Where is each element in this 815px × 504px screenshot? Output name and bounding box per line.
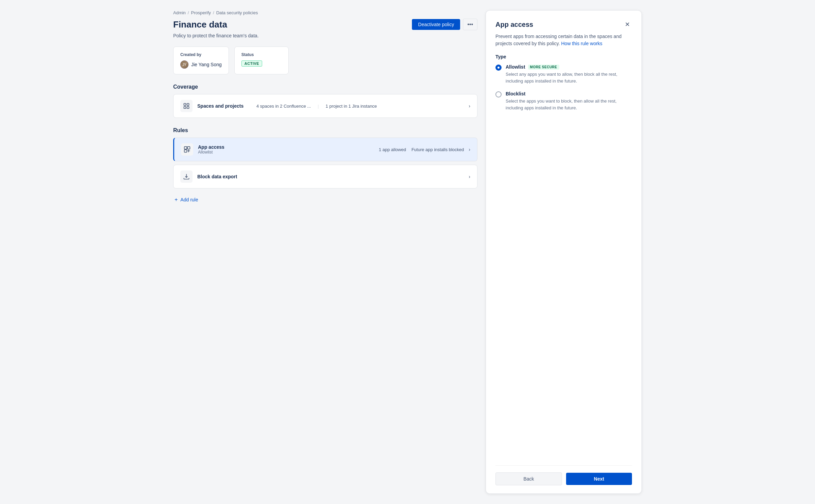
deactivate-policy-button[interactable]: Deactivate policy [412, 19, 460, 30]
svg-rect-1 [187, 104, 189, 106]
radio-allowlist[interactable]: Allowlist MORE SECURE Select any apps yo… [495, 64, 632, 84]
rule-app-access-chevron-icon: › [469, 147, 470, 152]
how-rule-works-link[interactable]: How this rule works [561, 41, 602, 46]
more-secure-badge: MORE SECURE [528, 65, 559, 70]
rules-list: App access Allowlist 1 app allowed Futur… [173, 138, 477, 192]
radio-blocklist-circle [495, 91, 502, 97]
more-options-button[interactable]: ••• [463, 19, 477, 30]
add-rule-plus-icon: + [175, 197, 178, 203]
status-value: ACTIVE [241, 60, 282, 67]
next-button[interactable]: Next [566, 473, 632, 485]
svg-rect-0 [184, 104, 186, 106]
rule-app-access-name: App access [198, 144, 374, 150]
radio-blocklist-desc: Select the apps you want to block, then … [506, 98, 632, 111]
coverage-detail-2: 1 project in 1 Jira instance [326, 104, 377, 109]
status-label: Status [241, 52, 282, 57]
rule-app-access-details: 1 app allowed Future app installs blocke… [379, 147, 464, 152]
radio-blocklist-content: Blocklist Select the apps you want to bl… [506, 91, 632, 111]
coverage-details: 4 spaces in 2 Confluence ... | 1 project… [256, 104, 464, 109]
radio-allowlist-circle [495, 65, 502, 71]
svg-rect-2 [184, 107, 186, 109]
back-button[interactable]: Back [495, 472, 562, 485]
svg-rect-6 [184, 150, 187, 152]
svg-rect-3 [187, 107, 189, 109]
side-panel: App access ✕ Prevent apps from accessing… [486, 10, 642, 494]
page-description: Policy to protect the finance team's dat… [173, 33, 477, 38]
avatar: JY [180, 60, 188, 69]
radio-allowlist-title: Allowlist [506, 64, 525, 70]
add-rule-label: Add rule [180, 197, 198, 202]
coverage-title: Spaces and projects [197, 103, 252, 109]
breadcrumb-admin[interactable]: Admin [173, 10, 186, 15]
creator-name: Jie Yang Song [191, 62, 222, 67]
more-icon: ••• [467, 21, 473, 28]
radio-blocklist-title: Blocklist [506, 91, 525, 96]
coverage-section-title: Coverage [173, 84, 477, 90]
panel-header: App access ✕ [495, 20, 632, 29]
coverage-icon [180, 100, 193, 112]
radio-allowlist-content: Allowlist MORE SECURE Select any apps yo… [506, 64, 632, 84]
status-card: Status ACTIVE [234, 47, 289, 74]
svg-rect-5 [187, 147, 190, 149]
rule-block-export-icon [180, 170, 193, 183]
breadcrumb-sep-1: / [188, 10, 189, 15]
page-header: Finance data Deactivate policy ••• [173, 19, 477, 30]
panel-type-label: Type [495, 54, 632, 59]
radio-blocklist[interactable]: Blocklist Select the apps you want to bl… [495, 91, 632, 111]
rule-app-access-sub: Allowlist [198, 150, 374, 155]
radio-allowlist-title-row: Allowlist MORE SECURE [506, 64, 632, 70]
breadcrumb-current: Data security policies [216, 10, 258, 15]
panel-close-button[interactable]: ✕ [623, 20, 632, 29]
rule-block-export-name: Block data export [197, 174, 464, 179]
panel-title: App access [495, 21, 533, 29]
header-actions: Deactivate policy ••• [412, 19, 477, 30]
breadcrumb: Admin / Prosperify / Data security polic… [173, 10, 477, 15]
rule-item-block-export[interactable]: Block data export › [173, 165, 477, 188]
created-by-label: Created by [180, 52, 222, 57]
page-title: Finance data [173, 19, 227, 30]
radio-allowlist-desc: Select any apps you want to allow, then … [506, 71, 632, 84]
radio-blocklist-title-row: Blocklist [506, 91, 632, 96]
info-cards: Created by JY Jie Yang Song Status ACTIV… [173, 47, 477, 74]
rule-app-access-icon [181, 143, 193, 156]
rule-app-access-info: App access Allowlist [198, 144, 374, 155]
rule-future-blocked: Future app installs blocked [412, 147, 464, 152]
rule-block-export-info: Block data export [197, 174, 464, 179]
status-badge: ACTIVE [241, 60, 262, 67]
breadcrumb-sep-2: / [213, 10, 214, 15]
rule-item-app-access[interactable]: App access Allowlist 1 app allowed Futur… [173, 138, 477, 161]
grid-icon [183, 103, 190, 109]
coverage-card[interactable]: Spaces and projects 4 spaces in 2 Conflu… [173, 94, 477, 118]
created-by-card: Created by JY Jie Yang Song [173, 47, 229, 74]
download-block-svg [183, 173, 190, 180]
coverage-detail-1: 4 spaces in 2 Confluence ... [256, 104, 311, 109]
svg-rect-4 [184, 147, 187, 149]
rule-block-export-chevron-icon: › [469, 174, 470, 179]
rules-section-title: Rules [173, 127, 477, 133]
coverage-chevron-icon: › [469, 103, 470, 109]
panel-description: Prevent apps from accessing certain data… [495, 33, 632, 47]
app-access-svg [184, 146, 191, 153]
breadcrumb-prosperify[interactable]: Prosperify [191, 10, 211, 15]
rule-app-allowed: 1 app allowed [379, 147, 406, 152]
avatar-image: JY [180, 60, 188, 69]
panel-description-text: Prevent apps from accessing certain data… [495, 34, 621, 46]
created-by-value: JY Jie Yang Song [180, 60, 222, 69]
panel-footer: Back Next [495, 465, 632, 485]
add-rule-button[interactable]: + Add rule [173, 194, 477, 205]
